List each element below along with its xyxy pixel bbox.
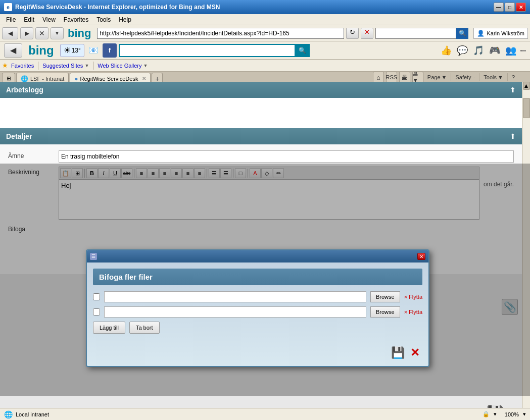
- search-button[interactable]: 🔍: [456, 28, 468, 39]
- favorites-bar: ★ Favorites Suggested Sites ▼ Web Slice …: [0, 60, 530, 72]
- facebook-icon[interactable]: f: [103, 43, 117, 58]
- modal-close-button[interactable]: ✕: [417, 253, 425, 260]
- bing-search-input[interactable]: [119, 44, 296, 57]
- tools-arrow: ▼: [498, 74, 503, 80]
- menu-favorites[interactable]: Favorites: [60, 15, 92, 24]
- modal-save-button[interactable]: 💾: [390, 346, 405, 360]
- help-label: ?: [512, 74, 515, 80]
- modal-cancel-icon: ✕: [410, 346, 419, 359]
- menu-file[interactable]: File: [2, 15, 20, 24]
- amne-row: Ämne: [8, 150, 514, 163]
- games-icon[interactable]: 🎮: [488, 43, 502, 58]
- weather-widget[interactable]: ☀ 13°: [60, 44, 84, 57]
- modal-footer-icons: 💾 ✕: [93, 342, 422, 360]
- arbetslogg-section: Arbetslogg ⬆: [0, 82, 522, 128]
- modal-titlebar: ☰ ✕: [87, 250, 428, 262]
- modal-cancel-button[interactable]: ✕: [407, 346, 422, 360]
- status-zone: Local intranet: [16, 411, 49, 417]
- forward-button[interactable]: ▶: [20, 27, 33, 39]
- tools-label: Tools: [484, 74, 497, 80]
- favorites-link[interactable]: Favorites: [11, 63, 34, 69]
- bing-search-button[interactable]: 🔍: [296, 44, 310, 57]
- print-options-button[interactable]: 🖶▼: [412, 72, 423, 83]
- fav-separator-2: [93, 62, 93, 70]
- content-area: Arbetslogg ⬆ Detaljer ⬆ Ämne: [0, 82, 530, 408]
- tools-menu[interactable]: Tools ▼: [481, 73, 505, 81]
- lagg-till-button[interactable]: Lägg till: [93, 322, 125, 334]
- scroll-up-arrow[interactable]: ▲: [523, 82, 530, 90]
- web-slice-link[interactable]: Web Slice Gallery ▼: [98, 63, 148, 69]
- tab-regitwise-icon: ●: [74, 75, 78, 82]
- status-globe-icon: 🌐: [4, 410, 13, 418]
- menu-edit[interactable]: Edit: [20, 15, 38, 24]
- close-button[interactable]: ✕: [516, 3, 526, 12]
- search-input[interactable]: [375, 28, 456, 39]
- bifoga-filer-dialog: ☰ ✕ Bifoga fler filer Browse × Flytta: [86, 249, 429, 367]
- psb-sep1: [451, 73, 451, 81]
- dropdown-button[interactable]: ▼: [51, 27, 64, 39]
- url-input[interactable]: [97, 28, 344, 39]
- go-button[interactable]: ↻: [346, 28, 359, 39]
- file2-checkbox[interactable]: [93, 308, 100, 316]
- address-bar: ◀ ▶ ✕ ▼ bing ↻ ✕ 🔍 👤 Karin Wikström: [0, 25, 530, 41]
- detaljer-header: Detaljer ⬆: [0, 128, 522, 144]
- refresh-stop-button[interactable]: ✕: [35, 27, 49, 39]
- amne-input[interactable]: [59, 150, 514, 163]
- print-button[interactable]: 🖶: [399, 72, 410, 83]
- arbetslogg-collapse[interactable]: ⬆: [510, 86, 516, 94]
- scroll-thumb[interactable]: [523, 98, 530, 118]
- modal-save-icon: 💾: [391, 346, 405, 359]
- ta-bort-button[interactable]: Ta bort: [129, 322, 160, 334]
- file2-browse-button[interactable]: Browse: [370, 306, 400, 318]
- thumbs-up-icon[interactable]: 👍: [439, 43, 453, 58]
- file2-flytta-button[interactable]: × Flytta: [404, 309, 422, 315]
- maximize-button[interactable]: □: [505, 3, 515, 12]
- menu-bar: File Edit View Favorites Tools Help: [0, 14, 530, 25]
- file1-browse-button[interactable]: Browse: [370, 291, 400, 302]
- status-shield-icon: 🔒: [483, 411, 490, 417]
- suggested-sites-arrow: ▼: [84, 63, 89, 68]
- amne-label: Ämne: [8, 150, 59, 160]
- page-menu[interactable]: Page ▼: [425, 73, 449, 81]
- menu-tools[interactable]: Tools: [92, 15, 115, 24]
- file2-input[interactable]: [104, 306, 366, 318]
- tab-lsf-icon: 🌐: [21, 75, 28, 82]
- file1-flytta-button[interactable]: × Flytta: [404, 294, 422, 300]
- menu-help[interactable]: Help: [115, 15, 135, 24]
- zoom-dropdown-icon[interactable]: ▾: [523, 411, 526, 417]
- psb-sep2: [479, 73, 479, 81]
- page-label: Page: [427, 74, 441, 80]
- rss-button[interactable]: RSS: [386, 72, 397, 83]
- tab-lsf-label: LSF - Intranat: [30, 76, 64, 82]
- window-title: RegitWise ServiceDesk - Internet Explore…: [15, 4, 220, 11]
- media-icon[interactable]: 🎵: [471, 43, 486, 58]
- user-name: Karin Wikström: [487, 30, 524, 36]
- detaljer-collapse[interactable]: ⬆: [510, 132, 516, 140]
- home-page-button[interactable]: ⌂: [373, 72, 384, 83]
- file-row-1: Browse × Flytta: [93, 291, 422, 302]
- mail-icon[interactable]: 📧: [86, 43, 101, 58]
- user-icon: 👤: [477, 30, 485, 37]
- modal-overlay: ☰ ✕ Bifoga fler filer Browse × Flytta: [0, 164, 530, 396]
- file1-input[interactable]: [104, 291, 366, 302]
- status-bar: 🌐 Local intranet 🔒 ▾ 100% ▾: [0, 408, 530, 420]
- page-arrow: ▼: [442, 74, 447, 80]
- suggested-sites-link[interactable]: Suggested Sites ▼: [42, 63, 89, 69]
- back-button[interactable]: ◀: [2, 27, 18, 39]
- people-icon[interactable]: 👥: [504, 43, 518, 58]
- modal-header-text: Bifoga fler filer: [99, 273, 153, 281]
- tab-regitwise-close[interactable]: ✕: [142, 76, 146, 81]
- back-large-button[interactable]: ◀: [4, 43, 22, 58]
- status-arrow-icon: ▾: [494, 411, 497, 417]
- menu-view[interactable]: View: [38, 15, 60, 24]
- minimize-button[interactable]: —: [494, 3, 504, 12]
- safety-menu[interactable]: Safety -: [453, 73, 477, 81]
- title-bar: e RegitWise ServiceDesk - Internet Explo…: [0, 0, 530, 14]
- ie-toolbar: ◀ bing ☀ 13° 📧 f 🔍 👍 💬 🎵 🎮 👥 •••: [0, 41, 530, 60]
- help-menu[interactable]: ?: [510, 73, 517, 81]
- fav-separator: [38, 62, 38, 70]
- share-icon[interactable]: 💬: [455, 43, 469, 58]
- file1-checkbox[interactable]: [93, 293, 100, 300]
- more-button[interactable]: •••: [520, 47, 526, 54]
- stop-button[interactable]: ✕: [361, 28, 373, 39]
